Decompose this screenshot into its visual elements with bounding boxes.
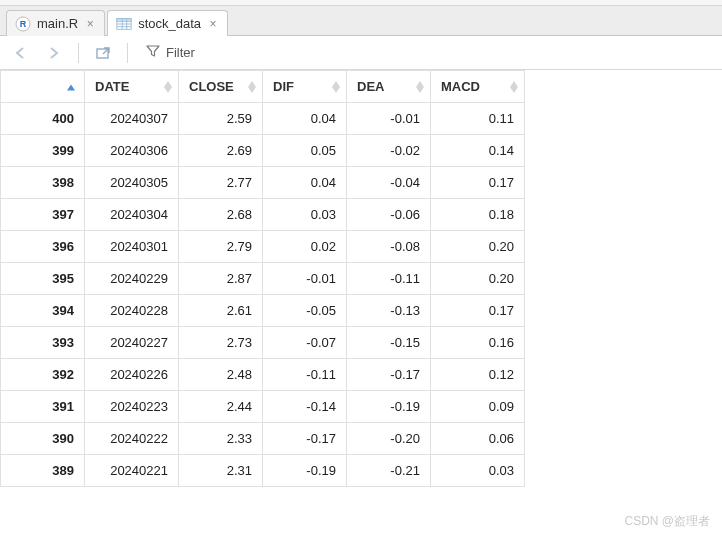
date-cell: 20240228 <box>85 295 179 327</box>
row-number-cell: 394 <box>1 295 85 327</box>
dea-cell: -0.01 <box>347 103 431 135</box>
dif-cell: 0.04 <box>263 103 347 135</box>
close-cell: 2.87 <box>179 263 263 295</box>
close-cell: 2.33 <box>179 423 263 455</box>
macd-cell: 0.06 <box>431 423 525 455</box>
table-row[interactable]: 394202402282.61-0.05-0.130.17 <box>1 295 525 327</box>
filter-label: Filter <box>166 45 195 60</box>
table-row[interactable]: 395202402292.87-0.01-0.110.20 <box>1 263 525 295</box>
date-cell: 20240229 <box>85 263 179 295</box>
macd-cell: 0.20 <box>431 231 525 263</box>
data-grid[interactable]: DATE CLOSE DIF <box>0 70 722 542</box>
table-row[interactable]: 392202402262.48-0.11-0.170.12 <box>1 359 525 391</box>
macd-cell: 0.18 <box>431 199 525 231</box>
dea-cell: -0.06 <box>347 199 431 231</box>
filter-icon <box>146 44 160 61</box>
macd-cell: 0.09 <box>431 391 525 423</box>
dif-cell: 0.04 <box>263 167 347 199</box>
dif-cell: -0.01 <box>263 263 347 295</box>
table-row[interactable]: 389202402212.31-0.19-0.210.03 <box>1 455 525 487</box>
dea-cell: -0.20 <box>347 423 431 455</box>
date-cell: 20240227 <box>85 327 179 359</box>
row-number-cell: 390 <box>1 423 85 455</box>
table-row[interactable]: 399202403062.690.05-0.020.14 <box>1 135 525 167</box>
dea-cell: -0.21 <box>347 455 431 487</box>
macd-cell: 0.20 <box>431 263 525 295</box>
row-number-cell: 398 <box>1 167 85 199</box>
table-row[interactable]: 397202403042.680.03-0.060.18 <box>1 199 525 231</box>
sort-icon <box>510 81 518 93</box>
tab-stock-data[interactable]: stock_data × <box>107 10 228 36</box>
column-header-macd[interactable]: MACD <box>431 71 525 103</box>
separator <box>127 43 128 63</box>
close-cell: 2.59 <box>179 103 263 135</box>
sort-icon <box>164 81 172 93</box>
date-cell: 20240223 <box>85 391 179 423</box>
table-row[interactable]: 391202402232.44-0.14-0.190.09 <box>1 391 525 423</box>
table-row[interactable]: 396202403012.790.02-0.080.20 <box>1 231 525 263</box>
close-cell: 2.31 <box>179 455 263 487</box>
close-icon[interactable]: × <box>207 18 219 30</box>
close-icon[interactable]: × <box>84 18 96 30</box>
editor-tab-bar: R main.R × stock_data × <box>0 6 722 36</box>
macd-cell: 0.11 <box>431 103 525 135</box>
macd-cell: 0.12 <box>431 359 525 391</box>
header-label: DIF <box>273 79 294 94</box>
date-cell: 20240304 <box>85 199 179 231</box>
dif-cell: -0.14 <box>263 391 347 423</box>
macd-cell: 0.16 <box>431 327 525 359</box>
row-number-cell: 392 <box>1 359 85 391</box>
date-cell: 20240221 <box>85 455 179 487</box>
dif-cell: -0.17 <box>263 423 347 455</box>
dea-cell: -0.11 <box>347 263 431 295</box>
separator <box>78 43 79 63</box>
dea-cell: -0.13 <box>347 295 431 327</box>
table-row[interactable]: 398202403052.770.04-0.040.17 <box>1 167 525 199</box>
table-row[interactable]: 390202402222.33-0.17-0.200.06 <box>1 423 525 455</box>
date-cell: 20240306 <box>85 135 179 167</box>
dif-cell: -0.19 <box>263 455 347 487</box>
sort-icon <box>416 81 424 93</box>
row-number-cell: 400 <box>1 103 85 135</box>
close-cell: 2.77 <box>179 167 263 199</box>
dif-cell: -0.05 <box>263 295 347 327</box>
tab-main-r[interactable]: R main.R × <box>6 10 105 36</box>
header-label: DATE <box>95 79 129 94</box>
forward-button[interactable] <box>42 42 66 64</box>
date-cell: 20240305 <box>85 167 179 199</box>
header-label: CLOSE <box>189 79 234 94</box>
filter-button[interactable]: Filter <box>140 42 201 63</box>
svg-text:R: R <box>20 19 27 29</box>
column-header-close[interactable]: CLOSE <box>179 71 263 103</box>
header-label: DEA <box>357 79 384 94</box>
row-number-cell: 396 <box>1 231 85 263</box>
table-row[interactable]: 400202403072.590.04-0.010.11 <box>1 103 525 135</box>
column-header-rownum[interactable] <box>1 71 85 103</box>
date-cell: 20240222 <box>85 423 179 455</box>
date-cell: 20240226 <box>85 359 179 391</box>
macd-cell: 0.14 <box>431 135 525 167</box>
row-number-cell: 393 <box>1 327 85 359</box>
sort-icon <box>332 81 340 93</box>
close-cell: 2.69 <box>179 135 263 167</box>
column-header-date[interactable]: DATE <box>85 71 179 103</box>
close-cell: 2.44 <box>179 391 263 423</box>
table-row[interactable]: 393202402272.73-0.07-0.150.16 <box>1 327 525 359</box>
popout-button[interactable] <box>91 42 115 64</box>
back-button[interactable] <box>10 42 34 64</box>
column-header-dif[interactable]: DIF <box>263 71 347 103</box>
sort-icon <box>248 81 256 93</box>
column-header-dea[interactable]: DEA <box>347 71 431 103</box>
macd-cell: 0.17 <box>431 295 525 327</box>
dea-cell: -0.04 <box>347 167 431 199</box>
macd-cell: 0.17 <box>431 167 525 199</box>
close-cell: 2.68 <box>179 199 263 231</box>
dif-cell: 0.02 <box>263 231 347 263</box>
close-cell: 2.79 <box>179 231 263 263</box>
row-number-cell: 397 <box>1 199 85 231</box>
dif-cell: -0.11 <box>263 359 347 391</box>
dea-cell: -0.19 <box>347 391 431 423</box>
dea-cell: -0.08 <box>347 231 431 263</box>
row-number-cell: 391 <box>1 391 85 423</box>
r-file-icon: R <box>15 16 31 32</box>
